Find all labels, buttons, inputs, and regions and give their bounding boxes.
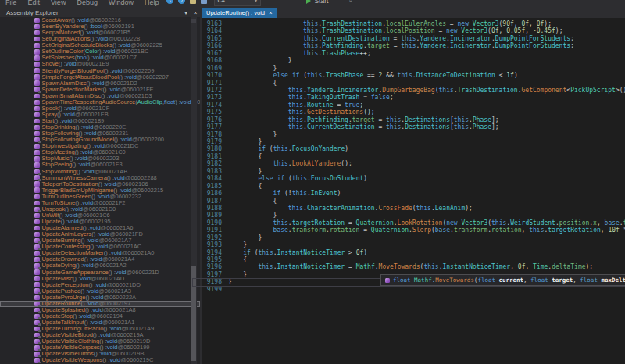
- dnspy-window: FileEditViewDebugWindowHelp ‹ › C# ▼ Sta…: [0, 0, 625, 364]
- method-item[interactable]: SenpaiNoticed() : void @060021B5: [0, 30, 200, 36]
- scrollbar-thumb[interactable]: [191, 266, 196, 361]
- method-item[interactable]: ScootAway() : void @06002216: [0, 17, 200, 23]
- method-item[interactable]: Shove() : void @060021E9: [0, 61, 200, 67]
- method-item[interactable]: StopMeeting() : void @060021C0: [0, 149, 200, 155]
- menu-view[interactable]: View: [45, 0, 71, 6]
- method-rva: @0600219D: [117, 338, 150, 344]
- tab-close-icon[interactable]: ×: [269, 9, 273, 16]
- explorer-scrollbar[interactable]: [191, 17, 197, 364]
- method-item[interactable]: SilentlyForgetBloodPool() : void @060022…: [0, 68, 200, 74]
- method-item[interactable]: StopInvestigating() : void @060021DC: [0, 143, 200, 149]
- method-item[interactable]: Update() : void @06002195: [0, 219, 200, 225]
- method-rva: @060021A0: [122, 250, 155, 256]
- menu-window[interactable]: Window: [103, 0, 139, 6]
- method-item[interactable]: SpawnSmallAlarmDisc() : void @060021D3: [0, 93, 200, 99]
- method-item[interactable]: UpdateBurning() : void @060021A7: [0, 237, 200, 244]
- method-item[interactable]: UpdateSplashed() : void @060021A8: [0, 307, 200, 313]
- method-item[interactable]: UpdateAlarmed() : void @060021A6: [0, 225, 200, 231]
- menu-debug[interactable]: Debug: [71, 0, 103, 6]
- method-item[interactable]: Unspook() : void @060021D0: [0, 206, 200, 212]
- method-item[interactable]: SetOutlineColor(Color) : void @060021BC: [0, 48, 200, 55]
- method-item[interactable]: TurnToStone() : void @060021F2: [0, 200, 200, 206]
- scrollbar-up-button[interactable]: [191, 19, 196, 23]
- method-item[interactable]: UpdatePerception() : void @060021DD: [0, 282, 200, 288]
- return-type: void: [126, 74, 137, 80]
- method-item[interactable]: UpdateVisibleLimbs() : void @0600219B: [0, 351, 200, 357]
- nav-forward-icon[interactable]: ›: [178, 0, 185, 4]
- method-item[interactable]: SetSplashes(bool) : void @060021C7: [0, 55, 200, 61]
- method-item[interactable]: TeleportToDestination() : void @06002106: [0, 181, 200, 187]
- method-item[interactable]: StopMusic() : void @06002203: [0, 155, 200, 162]
- method-item[interactable]: TriggerBladEmUpMinigame() : void @060022…: [0, 187, 200, 194]
- method-rva: @060021E9: [77, 61, 109, 67]
- method-item[interactable]: StopFollowing() : void @06002231: [0, 130, 200, 137]
- method-item[interactable]: UpdateMisc() : void @060021AD: [0, 276, 200, 282]
- method-item[interactable]: SpawnDetectionMarker() : void @060021FE: [0, 87, 200, 93]
- method-item[interactable]: StopDrinking() : void @0600220E: [0, 124, 200, 130]
- method-item[interactable]: UpdateRoutine() : void @06002197: [0, 301, 200, 307]
- method-item[interactable]: UpdateAnimLayers() : void @060021FD: [0, 231, 200, 237]
- method-item[interactable]: Start() : void @06002189: [0, 118, 200, 124]
- method-item[interactable]: StopPeeing() : void @060021F3: [0, 162, 200, 168]
- method-item[interactable]: SummonWitnessCamera() : void @06002288: [0, 175, 200, 181]
- method-item[interactable]: UpdatePyroUrge() : void @0600222A: [0, 294, 200, 301]
- method-name: UpdateVisibleClothing: [42, 338, 100, 344]
- method-item[interactable]: UpdateTurningOffRadio() : void @060021A9: [0, 326, 200, 332]
- method-icon: [34, 131, 40, 137]
- line-number: 9195: [202, 256, 222, 263]
- method-item[interactable]: SimpleForgetAboutBloodPool() : void @060…: [0, 74, 200, 80]
- language-value: C#: [217, 0, 225, 4]
- tab-updateroutine[interactable]: UpdateRoutine() : void ×: [202, 8, 277, 18]
- nav-back-icon[interactable]: ‹: [166, 0, 173, 4]
- method-item[interactable]: UpdatePushed() : void @060021A3: [0, 288, 200, 294]
- method-item[interactable]: UpdateStop() : void @06002194: [0, 313, 200, 319]
- code-editor[interactable]: 9163this.TrashDestination.localEulerAngl…: [202, 18, 625, 364]
- method-item[interactable]: UpdateDrowned() : void @060021A4: [0, 256, 200, 262]
- save-icon[interactable]: [201, 0, 207, 4]
- method-icon: [34, 269, 40, 275]
- menu-help[interactable]: Help: [139, 0, 165, 6]
- method-name: UpdateBurning: [42, 237, 81, 244]
- method-item[interactable]: Spray() : void @060021EB: [0, 112, 200, 118]
- method-name: SimpleForgetAboutBloodPool: [42, 74, 119, 80]
- method-item[interactable]: SpawnTimeRespectingAudioSource(AudioClip…: [0, 99, 200, 105]
- method-item[interactable]: StopFollowingGroundModel() : void @06002…: [0, 137, 200, 143]
- panel-close-icon[interactable]: ×: [191, 9, 200, 16]
- return-type: void: [86, 130, 97, 137]
- language-combobox[interactable]: C# ▼: [214, 0, 261, 6]
- lock-overlay-icon: [38, 255, 41, 257]
- method-item[interactable]: UpdateConfessing() : void @060021AC: [0, 244, 200, 250]
- menu-edit[interactable]: Edit: [23, 0, 46, 6]
- method-icon: [34, 352, 40, 357]
- tab-bar: UpdateRoutine() : void ×: [202, 8, 625, 18]
- method-icon: [34, 263, 40, 269]
- code-line: 9183}: [202, 168, 625, 175]
- return-type: void: [80, 313, 91, 319]
- return-type: void: [97, 36, 108, 42]
- method-item[interactable]: UpdateDetectionMarker() : void @060021A0: [0, 250, 200, 256]
- method-item[interactable]: SeenByYandere() : bool @06002191: [0, 23, 200, 30]
- method-name: SummonWitnessCamera: [42, 175, 107, 181]
- method-item[interactable]: SetOriginalActions() : void @06002228: [0, 36, 200, 42]
- method-item[interactable]: SpawnAlarmDisc() : void @060021D2: [0, 80, 200, 87]
- method-item[interactable]: UpdateTalkInput() : void @060021A1: [0, 319, 200, 326]
- method-icon: [34, 80, 40, 86]
- method-item[interactable]: UpdateVisibleCorpses() : void @06002199: [0, 344, 200, 351]
- method-rva: @0600220E: [93, 124, 126, 130]
- method-item[interactable]: UpdateVisibleWeapons() : void @0600219C: [0, 357, 200, 363]
- menu-file[interactable]: File: [0, 0, 23, 6]
- method-item[interactable]: StopVomiting() : void @060021AB: [0, 169, 200, 175]
- open-assembly-icon[interactable]: [190, 0, 196, 4]
- method-item[interactable]: UpdateVisibleClothing() : void @0600219D: [0, 338, 200, 344]
- method-item[interactable]: UnWilt() : void @060021C6: [0, 212, 200, 219]
- method-item[interactable]: UpdateVisibleBlood() : void @0600219A: [0, 332, 200, 338]
- line-number: 9193: [202, 241, 222, 248]
- method-item[interactable]: SetOriginalScheduleBlocks() : void @0600…: [0, 42, 200, 48]
- method-item[interactable]: TurnOutlinesGreen() : void @06002232: [0, 194, 200, 200]
- method-item[interactable]: UpdateDying() : void @060021A2: [0, 262, 200, 269]
- start-debug-button[interactable]: Start: [306, 0, 328, 5]
- method-item[interactable]: Spook() : void @060021CF: [0, 105, 200, 112]
- method-item[interactable]: UpdateGameAppearance() : void @0600221D: [0, 269, 200, 276]
- search-icon[interactable]: ⌕: [348, 0, 352, 5]
- panel-menu-icon[interactable]: ▾: [181, 9, 191, 16]
